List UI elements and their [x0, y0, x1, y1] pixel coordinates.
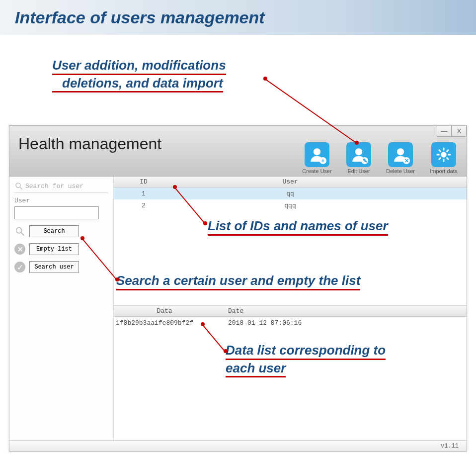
cell-date: 2018-01-12 07:06:16	[213, 319, 467, 327]
pointer-dot	[173, 185, 177, 189]
svg-point-1	[355, 148, 362, 155]
sidebar-title: Search for user	[14, 180, 108, 193]
toolbar-label: Create User	[302, 168, 331, 174]
sidebar: Search for user User Search ✕ Empty list…	[9, 177, 114, 440]
window-header: — X Health management + Create User ✎ Ed…	[9, 126, 467, 177]
pointer-dot	[203, 221, 207, 225]
annotation-userlist: List of IDs and names of user	[208, 218, 388, 236]
user-x-icon: ✕	[388, 142, 413, 167]
column-header-data[interactable]: Data	[114, 307, 213, 315]
svg-point-4	[16, 183, 20, 187]
search-icon	[14, 182, 23, 190]
toolbar-label: Edit User	[347, 168, 370, 174]
table-header: Data Date	[114, 306, 467, 317]
pointer-dot	[355, 141, 359, 145]
user-field-label: User	[14, 197, 108, 204]
toolbar: + Create User ✎ Edit User ✕ Delete User	[300, 142, 463, 174]
toolbar-label: Delete User	[386, 168, 415, 174]
column-header-date[interactable]: Date	[213, 307, 467, 315]
search-user-button[interactable]: Search user	[29, 261, 79, 273]
cell-id: 2	[114, 202, 173, 209]
annotation-datalist: Data list corresponding to each user	[226, 342, 386, 377]
annotation-search: Search a certain user and empty the list	[116, 273, 360, 290]
app-title: Health management	[18, 135, 161, 153]
pointer-dot	[115, 277, 119, 281]
check-circle-icon: ✓	[14, 262, 25, 273]
import-data-button[interactable]: Import data	[425, 142, 463, 174]
pointer-dot	[263, 77, 267, 81]
search-button[interactable]: Search	[29, 225, 79, 237]
edit-user-button[interactable]: ✎ Edit User	[341, 142, 376, 174]
pointer-dot	[80, 236, 84, 240]
pointer-dot	[201, 322, 205, 326]
empty-list-button[interactable]: Empty list	[29, 243, 79, 255]
table-header: ID User	[114, 177, 467, 187]
gear-icon	[431, 142, 456, 167]
table-row[interactable]: 1f0b29b3aa1fe809bf2f 2018-01-12 07:06:16	[114, 317, 467, 329]
table-row[interactable]: 1 qq	[114, 187, 467, 199]
column-header-id[interactable]: ID	[114, 178, 173, 185]
cell-user: qqq	[173, 202, 467, 209]
cell-data: 1f0b29b3aa1fe809bf2f	[114, 319, 213, 327]
column-header-user[interactable]: User	[173, 178, 467, 185]
toolbar-label: Import data	[430, 168, 458, 174]
svg-line-7	[21, 233, 24, 236]
delete-user-button[interactable]: ✕ Delete User	[383, 142, 418, 174]
close-button[interactable]: X	[452, 126, 467, 137]
cell-id: 1	[114, 190, 173, 197]
svg-point-3	[441, 152, 446, 157]
minimize-button[interactable]: —	[437, 126, 452, 137]
svg-line-5	[20, 187, 22, 189]
search-icon	[14, 226, 25, 237]
annotation-toolbar: User addition, modifications deletions, …	[52, 57, 226, 92]
main-panel: ID User 1 qq 2 qqq Data Date	[114, 177, 467, 440]
cell-user: qq	[173, 190, 467, 197]
svg-point-6	[16, 228, 22, 233]
create-user-button[interactable]: + Create User	[300, 142, 334, 174]
user-gear-icon: ✎	[346, 142, 371, 167]
status-bar: v1.11	[9, 440, 467, 451]
svg-point-2	[397, 148, 404, 155]
pointer-dot	[224, 349, 228, 353]
page-title: Interface of users management	[15, 8, 265, 27]
version-label: v1.11	[441, 443, 459, 450]
user-search-input[interactable]	[14, 206, 99, 219]
svg-point-0	[314, 148, 320, 155]
x-circle-icon: ✕	[14, 244, 25, 255]
user-plus-icon: +	[305, 142, 329, 167]
table-row[interactable]: 2 qqq	[114, 199, 467, 211]
